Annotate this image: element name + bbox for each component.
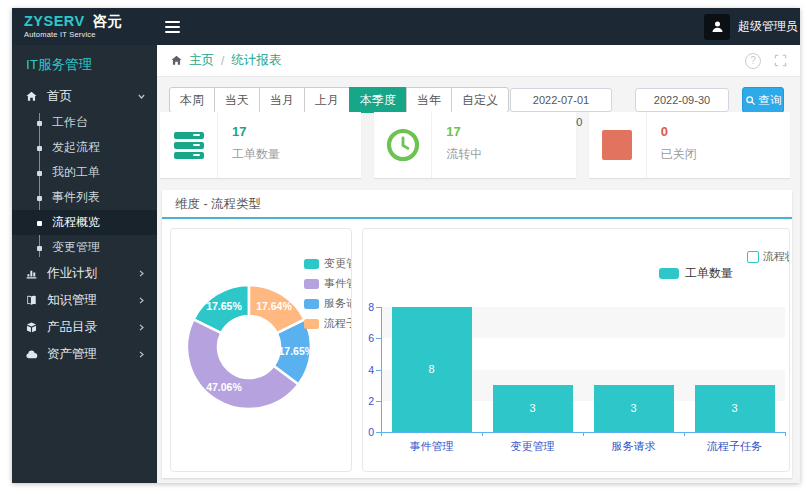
home-icon [25, 90, 39, 104]
stat-card: 17工单数量 [160, 112, 361, 178]
stat-label: 已关闭 [661, 146, 697, 163]
sidebar-item-label: 知识管理 [47, 292, 97, 309]
bar-value-label: 3 [594, 402, 674, 414]
pie-legend-item[interactable]: 事件管理 [304, 276, 352, 291]
sidebar-toggle-icon[interactable] [157, 8, 187, 45]
server-icon [160, 112, 218, 178]
search-icon [745, 95, 756, 106]
sidebar-subitem-label: 事件列表 [52, 190, 100, 204]
pie-legend-item[interactable]: 服务请求 [304, 296, 352, 311]
user-avatar-icon [704, 14, 730, 40]
sidebar-item[interactable]: 资产管理 [12, 341, 157, 368]
legend-marker [304, 279, 319, 289]
app-logo[interactable]: ZYSERV 咨元 Automate IT Service [12, 14, 157, 39]
chart-icon [25, 267, 39, 281]
legend-marker [659, 268, 679, 279]
fullscreen-icon[interactable] [774, 54, 787, 67]
bar: 8 [392, 307, 472, 432]
breadcrumb-actions: ? [745, 53, 787, 69]
end-date-input[interactable]: 2022-09-30 23:59:59 [635, 88, 729, 112]
process-status-checkbox[interactable]: 流程状态 [747, 249, 790, 264]
panel-header: 维度 - 流程类型 [162, 190, 792, 219]
query-button[interactable]: 查询 [742, 87, 784, 113]
legend-marker [304, 259, 319, 269]
svg-text:17.64%: 17.64% [256, 300, 292, 312]
y-axis-line [381, 307, 382, 432]
stat-value: 17 [232, 124, 280, 139]
range-tab[interactable]: 当天 [214, 87, 260, 113]
bullet-icon [37, 246, 42, 251]
stat-card: 0已关闭 [589, 112, 790, 178]
legend-label: 流程子任务 [324, 316, 352, 331]
stat-value: 0 [661, 124, 697, 139]
range-tab[interactable]: 当月 [259, 87, 305, 113]
chevron-right-icon [137, 323, 146, 332]
x-tick [381, 432, 382, 436]
range-tab[interactable]: 上月 [304, 87, 350, 113]
breadcrumb-separator: / [221, 54, 224, 68]
sidebar-subitem[interactable]: 工作台 [12, 110, 157, 135]
sidebar-title: IT服务管理 [12, 45, 157, 83]
breadcrumb-home-link[interactable]: 主页 [189, 52, 214, 69]
svg-text:17.65%: 17.65% [206, 300, 242, 312]
help-icon[interactable]: ? [745, 53, 761, 69]
sidebar-item-label: 首页 [47, 88, 72, 105]
y-tick [376, 338, 381, 339]
range-tab[interactable]: 本季度 [349, 87, 407, 113]
bar-chart-card: 流程状态 工单数量 024688事件管理3变更管理3服务请求3流程子任务 [362, 228, 790, 472]
breadcrumb: 主页 / 统计报表 ? [157, 45, 800, 77]
sidebar-subitem-label: 我的工单 [52, 165, 100, 179]
stat-label: 流转中 [446, 146, 482, 163]
range-tab[interactable]: 当年 [406, 87, 452, 113]
stats-panel: 维度 - 流程类型 17.65%47.06%17.65%17.64% 变更管理事… [162, 190, 792, 478]
breadcrumb-current-link[interactable]: 统计报表 [231, 52, 281, 69]
y-tick [376, 370, 381, 371]
logo-title: ZYSERV 咨元 [24, 14, 157, 29]
sidebar-subitem[interactable]: 发起流程 [12, 135, 157, 160]
x-tick [684, 432, 685, 436]
stat-value: 17 [446, 124, 482, 139]
app-window: ZYSERV 咨元 Automate IT Service 超级管理员 IT服务… [12, 8, 800, 483]
square-icon [589, 112, 647, 178]
sidebar-subitem[interactable]: 事件列表 [12, 185, 157, 210]
range-tab[interactable]: 本周 [169, 87, 215, 113]
x-tick [482, 432, 483, 436]
user-name: 超级管理员 [738, 18, 798, 35]
sidebar-subitem[interactable]: 变更管理 [12, 235, 157, 260]
sidebar-subitem[interactable]: 流程概览 [12, 210, 157, 235]
range-tab[interactable]: 自定义 [451, 87, 509, 113]
y-tick-label: 2 [363, 395, 374, 407]
sidebar-item[interactable]: 首页 [12, 83, 157, 110]
bullet-icon [37, 121, 42, 126]
topbar: ZYSERV 咨元 Automate IT Service 超级管理员 [12, 8, 800, 45]
user-menu[interactable]: 超级管理员 [704, 14, 800, 40]
sidebar-subitem-label: 发起流程 [52, 140, 100, 154]
pie-legend-item[interactable]: 流程子任务 [304, 316, 352, 331]
query-button-label: 查询 [759, 93, 782, 108]
x-category-label: 服务请求 [583, 439, 684, 454]
y-tick [376, 307, 381, 308]
sidebar: IT服务管理 首页工作台发起流程我的工单事件列表流程概览变更管理作业计划知识管理… [12, 45, 157, 483]
chevron-right-icon [137, 350, 146, 359]
sidebar-item[interactable]: 知识管理 [12, 287, 157, 314]
pie-legend-item[interactable]: 变更管理 [304, 256, 352, 271]
sidebar-subitem-label: 流程概览 [52, 215, 100, 229]
filter-row: 本周当天当月上月本季度当年自定义 2022-07-01 00:00:00 202… [169, 87, 792, 113]
x-tick [583, 432, 584, 436]
sidebar-item[interactable]: 产品目录 [12, 314, 157, 341]
sidebar-subitem-label: 工作台 [52, 115, 88, 129]
start-date-input[interactable]: 2022-07-01 00:00:00 [510, 88, 612, 112]
y-tick-label: 4 [363, 364, 374, 376]
sidebar-subitem[interactable]: 我的工单 [12, 160, 157, 185]
pie-chart-card: 17.65%47.06%17.65%17.64% 变更管理事件管理服务请求流程子… [170, 228, 352, 472]
stats-row: 17工单数量17流转中0已关闭 [160, 112, 790, 178]
sidebar-item-label: 作业计划 [47, 265, 97, 282]
bar-value-label: 3 [493, 402, 573, 414]
legend-marker [304, 299, 319, 309]
sidebar-item[interactable]: 作业计划 [12, 260, 157, 287]
sidebar-submenu: 工作台发起流程我的工单事件列表流程概览变更管理 [12, 110, 157, 260]
legend-label: 事件管理 [324, 276, 352, 291]
date-range-tabs: 本周当天当月上月本季度当年自定义 [169, 87, 509, 113]
bar-series-legend[interactable]: 工单数量 [659, 265, 733, 282]
bullet-icon [37, 221, 42, 226]
